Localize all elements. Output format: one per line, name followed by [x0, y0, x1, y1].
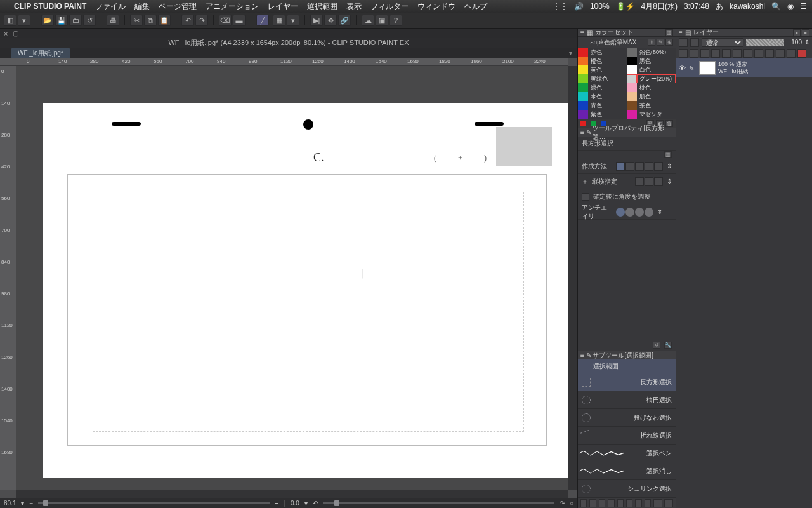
- menu-view[interactable]: 表示: [346, 1, 362, 12]
- user-name[interactable]: kawakoshi: [730, 2, 765, 11]
- color-name[interactable]: 黒色: [637, 57, 676, 65]
- layer-btn-icon[interactable]: [711, 49, 720, 58]
- color-name[interactable]: 緑色: [588, 83, 627, 92]
- colorset-updown-icon[interactable]: ⇕: [648, 39, 655, 46]
- subtool-polyline-select[interactable]: 折れ線選択: [578, 427, 676, 444]
- layer-btn-icon[interactable]: [733, 49, 742, 58]
- method-more-icon[interactable]: [654, 162, 663, 171]
- subtool-lasso-select[interactable]: 投げなわ選択: [578, 409, 676, 427]
- angle-checkbox[interactable]: [582, 193, 589, 201]
- rotate-ccw-icon[interactable]: ↶: [313, 500, 318, 507]
- st-b1-icon[interactable]: [580, 499, 587, 507]
- close-tab-icon[interactable]: ×: [4, 30, 8, 37]
- toolprop-save-icon[interactable]: ▥: [664, 151, 672, 158]
- tool-new-icon[interactable]: ▾: [18, 15, 30, 26]
- scrollbar-vertical[interactable]: [568, 66, 577, 490]
- layer-btn-icon[interactable]: [787, 49, 796, 58]
- menubar-list-icon[interactable]: ☰: [800, 2, 807, 11]
- zoom-minus-icon[interactable]: −: [29, 500, 33, 507]
- aa-none-icon[interactable]: [616, 208, 625, 217]
- aa-strong-icon[interactable]: [645, 208, 653, 217]
- layer-thumbnail[interactable]: [699, 61, 716, 75]
- wrench-icon[interactable]: 🔧: [664, 342, 672, 349]
- layer-btn-icon[interactable]: [690, 49, 698, 58]
- menu-icon[interactable]: ≡: [580, 129, 584, 136]
- date[interactable]: 4月8日(水): [641, 1, 678, 12]
- open-icon[interactable]: 📂: [41, 15, 54, 26]
- menu-icon[interactable]: ≡: [679, 29, 683, 36]
- aa-mid-icon[interactable]: [635, 208, 644, 217]
- menu-filter[interactable]: フィルター: [370, 1, 409, 12]
- layer-btn-icon[interactable]: [776, 49, 785, 58]
- fill-icon[interactable]: ▬: [233, 15, 246, 26]
- menu-layer[interactable]: レイヤー: [268, 1, 298, 12]
- spotlight-icon[interactable]: 🔍: [771, 2, 781, 11]
- app-name[interactable]: CLIP STUDIO PAINT: [14, 2, 86, 11]
- recent-color[interactable]: [580, 121, 586, 126]
- assets-icon[interactable]: ▣: [376, 15, 388, 26]
- colorset-opt-icon[interactable]: ▥: [665, 29, 673, 36]
- aspect-btn[interactable]: [645, 177, 653, 186]
- color-name[interactable]: 桃色: [637, 83, 676, 92]
- paste-icon[interactable]: 📋: [158, 15, 171, 26]
- color-name[interactable]: マゼンダ: [637, 110, 676, 119]
- layer-btn-icon[interactable]: [743, 49, 752, 58]
- st-trash-icon[interactable]: [664, 499, 673, 507]
- color-name[interactable]: 水色: [588, 92, 627, 101]
- file-tab[interactable]: WF _lo用紙.jpg*: [11, 48, 70, 59]
- subtool-tab[interactable]: 選択範囲: [578, 359, 676, 373]
- color-swatch[interactable]: [627, 57, 637, 65]
- input-icon[interactable]: あ: [716, 1, 723, 12]
- method-add-icon[interactable]: [625, 162, 634, 171]
- subtool-ellipse-select[interactable]: 楕円選択: [578, 391, 676, 409]
- st-b7-icon[interactable]: [635, 499, 641, 507]
- color-swatch[interactable]: [578, 65, 588, 74]
- rotate-reset-icon[interactable]: ○: [570, 500, 573, 507]
- color-swatch[interactable]: [627, 74, 637, 83]
- rotate-slider[interactable]: [323, 502, 554, 504]
- subtool-select-pen[interactable]: 選択ペン: [578, 444, 676, 462]
- st-opt-icon[interactable]: [653, 499, 662, 507]
- scrollbar-horizontal[interactable]: [16, 490, 568, 498]
- ruler-vertical[interactable]: 0140280420560700840980112012601400154016…: [0, 66, 16, 490]
- maximize-icon[interactable]: ▢: [13, 30, 18, 37]
- color-name[interactable]: 橙色: [588, 57, 627, 65]
- menu-anim[interactable]: アニメーション: [206, 1, 259, 12]
- tool-clip-icon[interactable]: ◧: [4, 15, 16, 26]
- stepper-icon[interactable]: ⇕: [657, 208, 662, 215]
- wifi-icon[interactable]: ⋮⋮: [553, 2, 568, 11]
- undo-icon[interactable]: ↶: [181, 15, 194, 26]
- color-swatch[interactable]: [578, 83, 588, 92]
- menu-icon[interactable]: ≡: [580, 352, 584, 359]
- color-name[interactable]: 赤色: [588, 48, 627, 57]
- battery-icon[interactable]: 🔋⚡: [616, 2, 635, 11]
- aa-weak-icon[interactable]: [625, 208, 634, 217]
- st-b6-icon[interactable]: [626, 499, 632, 507]
- layer-sq-icon[interactable]: [679, 38, 688, 47]
- layer-color-icon[interactable]: [797, 49, 806, 58]
- zoom-value[interactable]: 80.1: [4, 500, 16, 507]
- siri-icon[interactable]: ◉: [787, 2, 794, 11]
- st-b3-icon[interactable]: [599, 499, 605, 507]
- ruler-toggle-icon[interactable]: ╱: [256, 15, 269, 26]
- aspect-btn[interactable]: [635, 177, 644, 186]
- zoom-slider[interactable]: [38, 502, 270, 504]
- grid-icon[interactable]: ▦: [273, 15, 285, 26]
- color-name[interactable]: 青色: [588, 101, 627, 110]
- layer-btn-icon[interactable]: [700, 49, 709, 58]
- layer-panel-head[interactable]: ≡ ▤ レイヤー ▸ ▸: [676, 29, 812, 37]
- color-swatch[interactable]: [627, 83, 637, 92]
- color-swatch[interactable]: [627, 48, 637, 57]
- color-swatch[interactable]: [627, 110, 637, 119]
- rotate-cw-icon[interactable]: ↷: [560, 500, 565, 507]
- zoom-plus-icon[interactable]: +: [275, 500, 278, 507]
- revert-icon[interactable]: ↺: [83, 15, 96, 26]
- cut-icon[interactable]: ✂: [130, 15, 143, 26]
- volume-icon[interactable]: 🔊: [574, 2, 584, 11]
- layer-btn-icon[interactable]: [754, 49, 763, 58]
- colorset-edit-icon[interactable]: ✎: [657, 39, 664, 46]
- menu-select[interactable]: 選択範囲: [307, 1, 337, 12]
- edit-layer-icon[interactable]: ✎: [689, 65, 697, 72]
- save-icon[interactable]: 💾: [55, 15, 68, 26]
- help-icon[interactable]: ?: [390, 15, 402, 26]
